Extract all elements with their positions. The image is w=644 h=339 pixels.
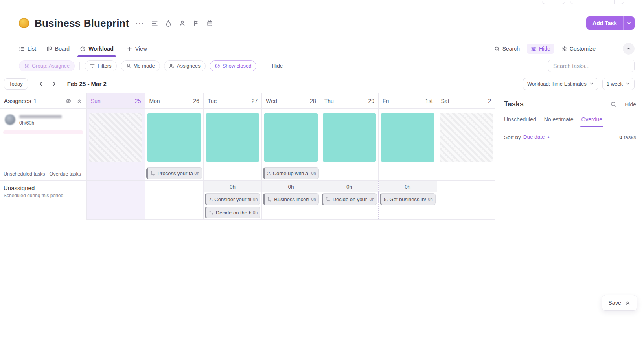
tab-board-label: Board [55,46,70,52]
capacity-block [264,113,317,162]
unassigned-task-row [379,206,436,219]
flag-icon[interactable] [193,20,199,27]
chevron-left-icon[interactable] [38,81,44,87]
day-header: Sun25 [87,93,145,109]
capacity-block [381,113,434,162]
day-name: Wed [266,98,277,104]
collapse-all-icon[interactable] [76,98,83,104]
unassigned-column-mon [145,181,203,219]
filters-label: Filters [98,63,111,69]
subtask-icon [326,197,331,202]
unassigned-task-row [437,206,495,219]
me-mode-pill[interactable]: Me mode [121,60,160,71]
filters-pill[interactable]: Filters [85,60,116,71]
today-button[interactable]: Today [4,78,28,90]
day-number: 25 [135,98,141,104]
unscheduled-tasks-label[interactable]: Unscheduled tasks [4,171,45,177]
day-header: Fri1st [379,93,436,109]
add-task-dropdown[interactable] [624,16,635,30]
people-icon [169,63,175,69]
sort-direction-icon[interactable]: ▲ [547,135,550,139]
user-icon[interactable] [179,20,186,27]
day-number: 27 [252,98,258,104]
tasks-panel: Tasks Hide Unscheduled No estimate Overd… [495,93,644,331]
day-number: 1st [425,98,433,104]
search-icon[interactable] [610,101,617,108]
tab-unscheduled[interactable]: Unscheduled [504,116,536,127]
group-by-label: Group: Assignee [32,63,70,69]
save-label: Save [608,300,621,306]
day-task-row: Process your tax r...0h [145,166,203,180]
overdue-tasks-label[interactable]: Overdue tasks [49,171,81,177]
top-strip [0,0,644,5]
unassigned-column-thu: 0hDecide on your br...0h [320,181,378,219]
search-button[interactable]: Search [494,46,520,52]
period-select[interactable]: 1 week [602,78,635,90]
task-chip[interactable]: Business Income ...0h [263,193,318,205]
sort-field-button[interactable]: Due date [523,134,545,140]
partial-button-1[interactable] [542,0,565,4]
subtask-icon [267,197,272,202]
day-column-wed: Wed282. Come up with a n...0h [261,93,320,180]
assignee-row[interactable]: 0h/60h [0,109,86,126]
tab-list[interactable]: List [19,41,36,57]
page-header: Business Blueprint ··· Add Task [0,5,644,41]
add-view-button[interactable]: View [127,41,147,57]
gear-icon [561,46,567,52]
day-task-row: 2. Come up with a n...0h [262,166,320,180]
unassigned-total-cell: 0h [204,181,261,192]
chevron-right-icon[interactable] [51,81,57,87]
tab-board[interactable]: Board [46,41,70,57]
unassigned-column-sat [437,181,495,219]
sliders-icon [531,46,537,52]
align-left-icon[interactable] [151,20,158,27]
eye-off-icon[interactable] [65,98,72,104]
save-button[interactable]: Save [602,295,637,311]
collapse-header-button[interactable] [623,43,635,55]
day-name: Tue [208,98,217,104]
day-number: 2 [488,98,491,104]
workload-mode-select[interactable]: Workload: Time Estimates [523,78,598,90]
unassigned-task-row [145,192,203,206]
task-chip[interactable]: 7. Consider your fina...0h [205,193,260,205]
hide-button[interactable]: Hide [527,44,554,54]
show-closed-pill[interactable]: Show closed [210,60,257,71]
task-chip[interactable]: Decide on your br...0h [322,193,377,205]
assignees-pill[interactable]: Assignees [164,60,206,71]
day-name: Sun [91,98,101,104]
unassigned-total-cell [87,181,145,192]
ellipsis-icon[interactable]: ··· [136,21,144,25]
unassigned-title: Unassigned [4,185,83,191]
plus-icon [127,46,132,52]
day-header: Sat2 [437,93,495,109]
sidebar-title: Assignees [4,97,31,104]
search-tasks-input[interactable] [548,60,635,72]
drop-icon[interactable] [165,20,172,27]
task-chip[interactable]: Decide on the bes...0h [205,207,260,218]
weekend-hatch-block [89,113,142,162]
task-chip-estimate: 0h [253,197,258,202]
task-chip[interactable]: Process your tax r...0h [146,167,202,179]
day-number: 29 [368,98,375,104]
sidebar-count: 1 [33,97,37,104]
tab-no-estimate[interactable]: No estimate [544,116,574,127]
tab-overdue[interactable]: Overdue [581,116,602,127]
task-chip[interactable]: 5. Get business insur...0h [380,193,435,205]
task-chip[interactable]: 2. Come up with a n...0h [263,167,318,179]
list-avatar-icon [19,18,29,28]
day-header: Mon26 [145,93,203,109]
unassigned-task-row [87,192,145,206]
search-label: Search [502,46,520,52]
tab-workload[interactable]: Workload [80,41,114,57]
unassigned-column-sun [86,181,145,219]
hide-filters-button[interactable]: Hide [272,63,283,69]
customize-button[interactable]: Customize [561,46,596,52]
tasks-panel-hide-button[interactable]: Hide [625,101,636,108]
calendar-icon[interactable] [206,20,213,27]
weekend-hatch-block [440,113,493,162]
capacity-block [206,113,259,162]
partial-button-2[interactable] [570,0,624,4]
add-task-button[interactable]: Add Task [586,16,635,30]
group-by-pill[interactable]: Group: Assignee [19,60,75,71]
day-task-row [204,166,261,180]
